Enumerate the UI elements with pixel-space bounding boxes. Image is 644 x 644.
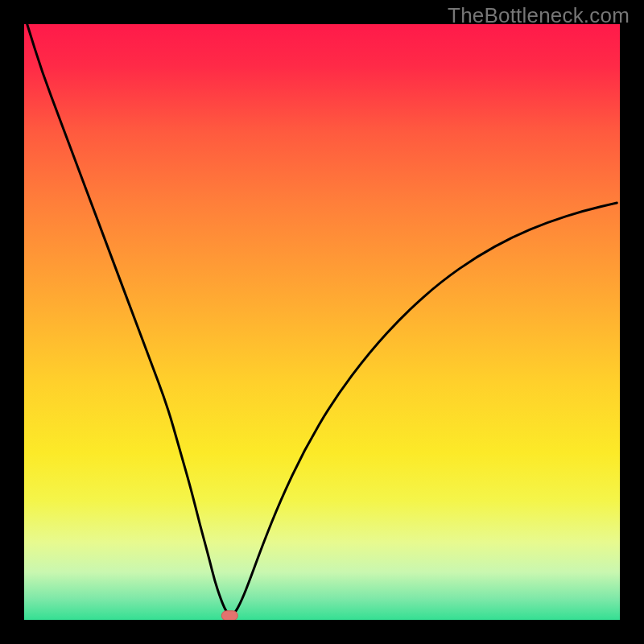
svg-rect-0: [221, 611, 237, 620]
plot-area: [24, 24, 620, 620]
optimal-point-marker: [221, 611, 237, 620]
bottleneck-chart: [24, 24, 620, 620]
gradient-background: [24, 24, 620, 620]
chart-frame: TheBottleneck.com: [0, 0, 644, 644]
